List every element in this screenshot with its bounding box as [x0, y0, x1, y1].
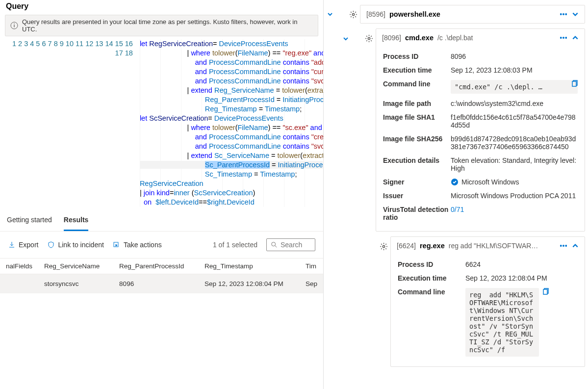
- svg-rect-2: [14, 25, 14, 27]
- line-gutter: 1 2 3 4 5 6 7 8 9 10 11 12 13 14 15 16 1…: [0, 39, 140, 207]
- table-header: nalFields Reg_ServiceName Reg_ParentProc…: [0, 259, 323, 274]
- more-icon[interactable]: [560, 242, 567, 249]
- search-icon: [271, 241, 278, 248]
- svg-point-18: [565, 245, 566, 246]
- take-actions-button[interactable]: Take actions: [113, 241, 162, 249]
- svg-point-4: [272, 242, 276, 246]
- svg-point-5: [352, 13, 354, 15]
- tab-getting-started[interactable]: Getting started: [7, 209, 52, 231]
- export-button[interactable]: Export: [8, 241, 38, 249]
- more-icon[interactable]: [560, 34, 567, 41]
- process-card-cmd[interactable]: [8096] cmd.exe /c .\depl.bat Process ID8…: [376, 28, 585, 232]
- virustotal-link[interactable]: 0/71: [451, 206, 578, 221]
- query-title: Query: [0, 0, 323, 15]
- svg-point-7: [563, 14, 564, 15]
- copy-icon[interactable]: [541, 287, 549, 297]
- link-incident-button[interactable]: Link to incident: [47, 241, 103, 249]
- results-toolbar: Export Link to incident Take actions 1 o…: [0, 232, 323, 258]
- gear-icon[interactable]: [377, 239, 390, 253]
- svg-point-17: [563, 245, 564, 246]
- svg-rect-13: [572, 81, 576, 86]
- code-area[interactable]: let RegServiceCreation= DeviceProcessEve…: [140, 39, 323, 207]
- tree-node-powershell: [8596] powershell.exe: [324, 4, 588, 25]
- info-text: Query results are presented in your loca…: [22, 18, 313, 33]
- svg-point-12: [565, 37, 566, 38]
- svg-point-6: [561, 14, 562, 15]
- expand-caret[interactable]: [324, 8, 336, 21]
- tree-node-reg: [6624] reg.exe reg add "HKLM\SOFTWAR… Pr…: [354, 235, 588, 368]
- process-card-reg[interactable]: [6624] reg.exe reg add "HKLM\SOFTWAR… Pr…: [390, 236, 585, 367]
- info-icon: [10, 22, 18, 29]
- info-bar: Query results are presented in your loca…: [5, 15, 318, 36]
- copy-icon[interactable]: [570, 79, 578, 89]
- selection-count: 1 of 1 selected: [213, 241, 257, 249]
- expand-caret[interactable]: [339, 32, 352, 45]
- tab-results[interactable]: Results: [64, 209, 89, 231]
- code-editor[interactable]: 1 2 3 4 5 6 7 8 9 10 11 12 13 14 15 16 1…: [0, 39, 323, 209]
- card-body: Process ID6624 Execution timeSep 12, 202…: [391, 255, 585, 366]
- process-tree-panel: [8596] powershell.exe [8096] cmd.exe /c …: [324, 0, 588, 389]
- command-line-box: "cmd.exe" /c .\depl. …: [451, 80, 578, 94]
- svg-point-1: [14, 24, 15, 25]
- result-tabs: Getting started Results: [0, 209, 323, 232]
- process-card[interactable]: [8596] powershell.exe: [360, 5, 585, 24]
- svg-point-11: [563, 37, 564, 38]
- chevron-down-icon[interactable]: [572, 11, 579, 18]
- gear-icon[interactable]: [362, 31, 376, 45]
- svg-point-16: [561, 245, 562, 246]
- svg-point-15: [383, 245, 384, 247]
- gear-icon[interactable]: [346, 7, 360, 21]
- command-line-box: reg add "HKLM\SOFTWARE\Microsoft\Windows…: [465, 288, 539, 357]
- svg-rect-19: [543, 289, 547, 294]
- chevron-up-icon[interactable]: [572, 242, 579, 249]
- action-icon: [113, 241, 121, 249]
- shield-icon: [47, 241, 55, 249]
- table-row[interactable]: storsyncsvc 8096 Sep 12, 2023 12:08:04 P…: [0, 274, 323, 294]
- svg-point-10: [561, 37, 562, 38]
- results-table[interactable]: nalFields Reg_ServiceName Reg_ParentProc…: [0, 258, 323, 293]
- query-panel: Query Query results are presented in you…: [0, 0, 324, 389]
- more-icon[interactable]: [560, 11, 567, 18]
- search-input[interactable]: [266, 238, 315, 251]
- download-icon: [8, 241, 16, 249]
- chevron-up-icon[interactable]: [572, 34, 579, 41]
- tree-node-cmd: [8096] cmd.exe /c .\depl.bat Process ID8…: [339, 27, 588, 233]
- svg-point-9: [368, 37, 370, 39]
- verified-icon: [451, 178, 459, 186]
- svg-point-8: [565, 14, 566, 15]
- card-body: Process ID8096 Execution timeSep 12, 202…: [376, 47, 585, 231]
